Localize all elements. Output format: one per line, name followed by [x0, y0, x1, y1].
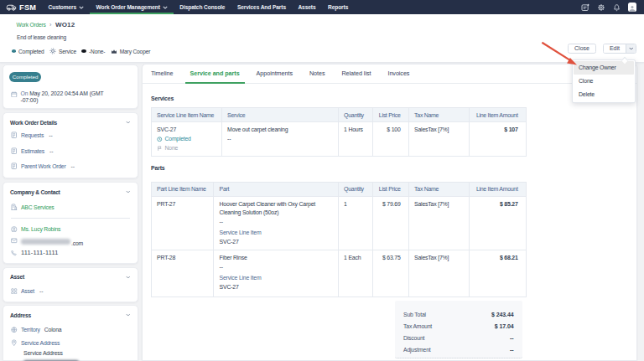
collapse-chevron-icon[interactable]	[126, 190, 131, 193]
service-flag: None	[157, 144, 216, 153]
nav-item-reports[interactable]: Reports	[322, 0, 355, 14]
priority-dot-icon	[81, 49, 86, 53]
service-line-item-name[interactable]: SVC-27	[157, 126, 216, 135]
service-line-item-label: Service Line Item	[220, 274, 333, 283]
redacted-email: .com	[21, 234, 83, 249]
part-line-item-name[interactable]: PRT-27	[157, 200, 208, 209]
part-row-prt-28: PRT-28 Fiber Rinse -- Service Line Item …	[151, 250, 526, 297]
document-icon	[11, 147, 18, 155]
on-label: On	[21, 90, 29, 96]
tab-timeline[interactable]: Timeline	[143, 64, 182, 83]
notification-bell-icon[interactable]	[613, 3, 621, 12]
scheduled-datetime: On May 20, 2022 04:54 AM (GMT -07:00)	[11, 90, 132, 104]
col-tax-name: Tax Name	[408, 182, 469, 196]
contact-person-icon	[11, 226, 18, 233]
part-line-item-name[interactable]: PRT-28	[157, 254, 208, 263]
close-button[interactable]: Close	[568, 44, 596, 54]
service-status[interactable]: Completed	[157, 135, 216, 144]
territory-item: Territory Colona	[3, 324, 138, 336]
tab-notes[interactable]: Notes	[301, 64, 334, 83]
edit-dropdown-toggle[interactable]	[626, 44, 636, 53]
breadcrumb-work-orders-link[interactable]: Work Orders	[17, 22, 46, 28]
parent-work-order-link[interactable]: Parent Work Order	[21, 163, 66, 169]
nav-item-services-and-parts[interactable]: Services And Parts	[231, 0, 293, 14]
company-link[interactable]: ABC Services	[21, 204, 55, 210]
col-part-line-item-name: Part Line Item Name	[151, 182, 214, 196]
work-type-chip: Service	[49, 48, 76, 54]
service-address-value: Service Address	[3, 348, 138, 358]
menu-item-change-owner[interactable]: Change Owner	[574, 61, 634, 75]
detail-tabs: Timeline Service and parts Appointments …	[143, 64, 636, 84]
divider	[11, 218, 130, 219]
work-order-sidebar: Completed On May 20, 2022 04:54 AM (GMT …	[3, 64, 138, 361]
value-dashes: --	[49, 148, 54, 154]
edit-button[interactable]: Edit	[604, 44, 626, 53]
service-address-link[interactable]: Service Address	[21, 340, 60, 346]
territory-label[interactable]: Territory	[21, 327, 40, 333]
scheduled-value: May 20, 2022 04:54 AM (GMT -07:00)	[21, 90, 104, 103]
nav-menu: Customers Work Order Management Dispatch…	[42, 0, 354, 14]
part-quantity: 1 Each	[338, 250, 373, 297]
chevron-down-icon	[629, 47, 634, 50]
nav-item-label: Customers	[49, 4, 77, 10]
estimates-link[interactable]: Estimates	[21, 148, 44, 154]
menu-item-delete[interactable]: Delete	[574, 88, 634, 101]
nav-item-dispatch-console[interactable]: Dispatch Console	[174, 0, 231, 14]
status-chip: Completed	[12, 49, 44, 54]
nav-item-label: Dispatch Console	[179, 4, 225, 10]
tab-service-and-parts[interactable]: Service and parts	[182, 64, 248, 83]
settings-gear-icon[interactable]	[597, 3, 605, 12]
collapse-chevron-icon[interactable]	[126, 313, 131, 317]
breadcrumb: Work Orders › WO12	[17, 21, 75, 28]
service-row-svc-27: SVC-27 Completed None	[151, 122, 526, 157]
company-contact-card: Company & Contact ABC Services Ms. Lucy …	[3, 182, 138, 264]
col-quantity: Quantity	[338, 182, 373, 196]
announcement-icon[interactable]	[581, 3, 589, 12]
asset-link[interactable]: Asset	[21, 288, 34, 294]
edit-dropdown-menu: Change Owner Clone Delete	[572, 59, 636, 104]
brand-name: FSM	[19, 3, 36, 12]
part-tax-name: SalesTax [7%]	[408, 196, 469, 250]
nav-item-work-order-management[interactable]: Work Order Management	[90, 0, 174, 14]
parts-section-title: Parts	[151, 165, 165, 171]
asset-grid-icon	[11, 288, 18, 295]
email-item: .com	[3, 235, 138, 247]
parts-header-row: Part Line Item Name Part Quantity List P…	[151, 182, 526, 196]
tab-related-list[interactable]: Related list	[333, 64, 379, 83]
fsm-logo[interactable]: FSM	[0, 3, 36, 12]
nav-right-icons	[581, 3, 644, 12]
service-line-item-value: SVC-27	[220, 283, 333, 292]
nav-item-assets[interactable]: Assets	[292, 0, 322, 14]
tab-appointments[interactable]: Appointments	[248, 64, 301, 83]
collapse-chevron-icon[interactable]	[126, 276, 131, 279]
edit-split-button: Edit	[603, 44, 636, 54]
calendar-icon	[11, 91, 18, 98]
territory-globe-icon	[11, 327, 18, 333]
nav-item-customers[interactable]: Customers	[42, 0, 90, 14]
total-value: --	[510, 335, 513, 341]
col-list-price: List Price	[373, 182, 409, 196]
page-header: Work Orders › WO12 End of lease cleaning…	[0, 14, 644, 63]
adjustment-row: Adjustment --	[403, 344, 514, 356]
work-order-chips: Completed Service -None- Mary Cooper	[12, 48, 156, 54]
tab-invoices[interactable]: Invoices	[379, 64, 418, 83]
requests-link[interactable]: Requests	[21, 132, 44, 138]
total-label: Discount	[403, 335, 424, 341]
chip-label: Service	[59, 49, 76, 54]
status-card: Completed On May 20, 2022 04:54 AM (GMT …	[3, 64, 138, 109]
asset-card: Asset Asset --	[3, 267, 138, 302]
part-row-prt-27: PRT-27 Hoover Carpet Cleaner with Oxy Ca…	[151, 196, 526, 250]
service-tax-name: SalesTax [7%]	[408, 122, 469, 157]
collapse-chevron-icon[interactable]	[126, 121, 131, 124]
phone-item: 111-111-1111	[3, 247, 138, 259]
menu-item-clone[interactable]: Clone	[574, 75, 634, 88]
section-title-address: Address	[10, 312, 31, 318]
user-avatar[interactable]	[628, 3, 636, 12]
col-tax-name: Tax Name	[408, 108, 469, 122]
estimates-item: Estimates --	[3, 143, 138, 158]
part-description: --	[220, 263, 333, 272]
contact-link[interactable]: Ms. Lucy Robins	[21, 226, 60, 232]
service-line-item-label: Service Line Item	[220, 229, 333, 238]
value-dashes: --	[49, 132, 53, 138]
subtotal-row: Sub Total $ 243.44	[403, 309, 514, 321]
